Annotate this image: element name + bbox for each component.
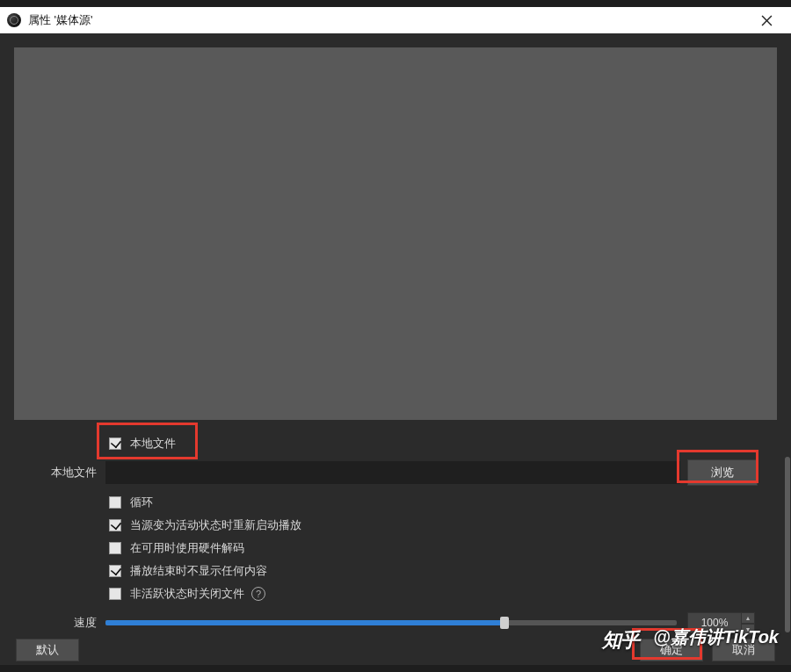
speed-value: 100% (701, 617, 729, 629)
browse-button[interactable]: 浏览 (687, 459, 758, 486)
speed-slider-fill (105, 620, 505, 625)
local-file-checkbox[interactable] (109, 437, 121, 450)
restart-checkbox[interactable] (109, 519, 121, 531)
speed-slider-thumb[interactable] (500, 617, 509, 629)
bottom-button-bar: 默认 确定 取消 (0, 637, 791, 663)
restart-row: 当源变为活动状态时重新启动播放 (0, 514, 773, 537)
local-file-checkbox-row: 本地文件 (0, 427, 773, 457)
close-inactive-label: 非活跃状态时关闭文件 (130, 586, 244, 602)
speed-row: 速度 100% ▴ ▾ (0, 605, 773, 633)
close-inactive-checkbox[interactable] (109, 588, 121, 600)
local-file-field-label: 本地文件 (0, 465, 105, 481)
close-icon (761, 15, 773, 26)
end-hide-label: 播放结束时不显示任何内容 (130, 563, 267, 579)
help-icon[interactable]: ? (251, 587, 265, 601)
properties-inner: 本地文件 本地文件 浏览 循环 当源变为活动状态时重新启动播放 在可用时 (0, 427, 791, 635)
local-file-checkbox-label: 本地文件 (130, 436, 176, 452)
hwdecode-label: 在可用时使用硬件解码 (130, 540, 244, 556)
speed-spin-down[interactable]: ▾ (741, 624, 755, 635)
speed-slider[interactable] (105, 620, 677, 625)
close-button[interactable] (749, 10, 784, 31)
defaults-button[interactable]: 默认 (16, 639, 79, 661)
hwdecode-row: 在可用时使用硬件解码 (0, 537, 773, 560)
speed-spin-buttons: ▴ ▾ (741, 612, 755, 635)
properties-panel: 本地文件 本地文件 浏览 循环 当源变为活动状态时重新启动播放 在可用时 (0, 427, 791, 635)
cancel-button[interactable]: 取消 (712, 639, 775, 661)
local-file-path-row: 本地文件 浏览 (0, 457, 773, 491)
loop-checkbox[interactable] (109, 496, 121, 509)
hwdecode-checkbox[interactable] (109, 542, 121, 554)
end-hide-row: 播放结束时不显示任何内容 (0, 560, 773, 582)
parent-menu-hint (0, 0, 4, 7)
dialog-body: 本地文件 本地文件 浏览 循环 当源变为活动状态时重新启动播放 在可用时 (0, 33, 791, 672)
window-title: 属性 '媒体源' (28, 12, 93, 28)
speed-spinbox[interactable]: 100% ▴ ▾ (687, 612, 742, 633)
loop-row: 循环 (0, 491, 773, 514)
ok-button[interactable]: 确定 (640, 639, 703, 661)
end-hide-checkbox[interactable] (109, 565, 121, 577)
titlebar: 属性 '媒体源' (0, 7, 791, 33)
local-file-path-input[interactable] (105, 461, 680, 484)
footer-stub (0, 665, 791, 672)
speed-label: 速度 (0, 615, 105, 631)
obs-icon (7, 13, 21, 27)
restart-label: 当源变为活动状态时重新启动播放 (130, 517, 301, 533)
close-inactive-row: 非活跃状态时关闭文件 ? (0, 582, 773, 605)
speed-spin-up[interactable]: ▴ (741, 612, 755, 624)
loop-label: 循环 (130, 495, 153, 510)
preview-area (14, 47, 777, 420)
